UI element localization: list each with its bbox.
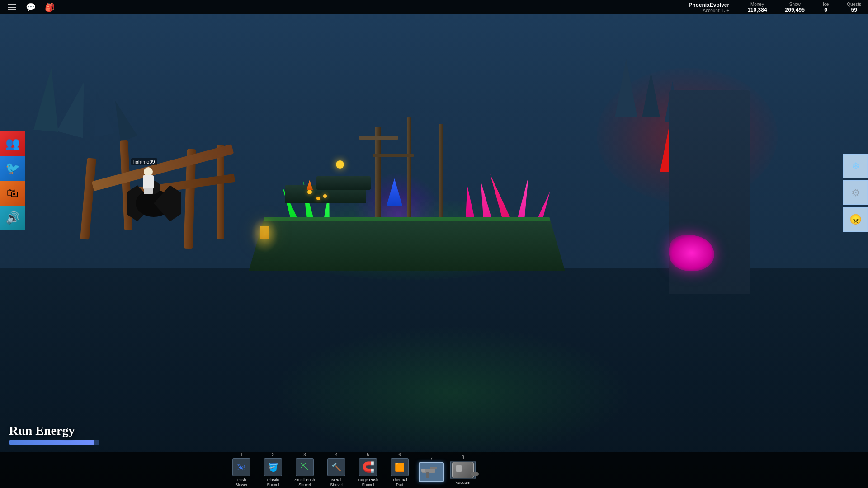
slot-name-3: Small PushShovel [294,478,315,488]
mast-crossbar-2 [373,154,414,157]
shop-button[interactable]: 🛍 [0,181,25,206]
mast-3 [439,124,443,233]
ice-stat: Ice 0 [823,2,829,13]
vacuum-icon [452,462,474,478]
twitter-button[interactable]: 🐦 [0,156,25,181]
audio-button[interactable]: 🔊 [0,206,25,230]
account-label: Account: 13+ [689,8,729,13]
slot-icon-4: 🔨 [327,458,345,476]
chat-button[interactable]: 💬 [26,2,36,12]
players-icon: 👥 [5,136,20,150]
small-push-shovel-icon: ⛏ [301,463,309,472]
hamburger-menu-button[interactable] [7,2,17,12]
dist-platform-2 [316,176,371,190]
snow-value: 269,495 [785,7,805,13]
slot-icon-2: 🪣 [264,458,282,476]
snow-label: Snow [785,2,805,7]
slot-number-2: 2 [272,452,274,457]
slot-number-6: 6 [398,452,401,457]
money-label: Money [747,2,767,7]
run-energy-bar-background [9,440,99,445]
orb-yellow-4 [323,194,327,198]
svg-rect-3 [421,469,425,472]
slot-icon-8 [450,461,476,479]
angry-icon: 😠 [849,214,862,225]
platform-center [249,217,565,271]
hamburger-icon [8,4,16,10]
gun-icon [421,465,441,479]
gear-icon: ⚙ [851,187,860,199]
backpack-icon: 🎒 [45,2,55,12]
tool-slot-8[interactable]: 8 Vacuum [448,453,478,487]
run-energy-bar-fill [9,440,94,445]
slot-name-8: Vacuum [456,480,470,485]
tool-slot-5[interactable]: 5 🧲 Large PushShovel [353,450,383,488]
quests-value: 59 [847,7,861,13]
header-bar: 💬 🎒 PhoenixEvolver Account: 13+ Money 11… [0,0,868,14]
run-energy-label: Run Energy [9,423,99,438]
snowflake-icon: ❄ [852,160,860,172]
slot-name-4: MetalShovel [330,478,343,488]
slot-icon-1: 🌬 [232,458,250,476]
chat-icon: 💬 [26,2,36,12]
thermal-pad-icon: 🟧 [395,462,405,472]
username: PhoenixEvolver [689,2,729,8]
orb-yellow-2 [307,190,312,194]
toolbar-slots: 1 🌬 PushBlower 2 🪣 PlasticShovel 3 ⛏ Sma… [226,450,478,488]
mast-crossbar-1 [359,136,398,140]
plastic-shovel-icon: 🪣 [268,462,278,472]
slot-number-8: 8 [462,455,464,460]
slot-number-3: 3 [303,452,306,457]
user-info: PhoenixEvolver Account: 13+ [689,2,729,13]
large-push-shovel-icon: 🧲 [362,461,374,473]
money-value: 110,384 [747,7,767,13]
tool-slot-1[interactable]: 1 🌬 PushBlower [226,450,257,488]
tool-slot-7[interactable]: 7 [416,455,447,485]
backpack-button[interactable]: 🎒 [45,2,55,12]
quests-label: Quests [847,2,861,7]
slot-number-7: 7 [430,456,433,461]
report-button[interactable]: 😠 [843,207,868,232]
players-button[interactable]: 👥 [0,131,25,156]
slot-name-5: Large PushShovel [358,478,378,488]
slot-name-1: PushBlower [235,478,248,488]
svg-rect-1 [430,467,437,469]
game-viewport: lightmo09 [0,0,868,488]
slot-number-1: 1 [240,452,243,457]
tool-slot-2[interactable]: 2 🪣 PlasticShovel [258,450,288,488]
tool-slot-4[interactable]: 4 🔨 MetalShovel [321,450,352,488]
green-glow [271,325,633,461]
quests-stat: Quests 59 [847,2,861,13]
right-sidebar: ❄ ⚙ 😠 [843,154,868,233]
shop-icon: 🛍 [7,186,19,200]
snowflake-button[interactable]: ❄ [843,154,868,178]
slot-name-6: ThermalPad [392,478,407,488]
lantern [260,226,269,242]
audio-icon: 🔊 [5,211,20,225]
ice-value: 0 [823,7,829,13]
slot-number-5: 5 [367,452,369,457]
slot-icon-6: 🟧 [391,458,409,476]
header-right: PhoenixEvolver Account: 13+ Money 110,38… [689,2,861,13]
tool-slot-3[interactable]: 3 ⛏ Small PushShovel [289,450,320,488]
player-character [140,167,156,194]
slot-name-2: PlasticShovel [267,478,279,488]
header-left: 💬 🎒 [7,2,55,12]
left-sidebar: 👥 🐦 🛍 🔊 [0,131,25,230]
slot-icon-7 [419,462,444,482]
money-stat: Money 110,384 [747,2,767,13]
run-energy: Run Energy [9,423,99,445]
post-4 [217,145,224,239]
nametag: lightmo09 [131,158,157,165]
slot-icon-3: ⛏ [296,458,314,476]
bottom-toolbar: 1 🌬 PushBlower 2 🪣 PlasticShovel 3 ⛏ Sma… [0,452,868,488]
slot-number-4: 4 [335,452,338,457]
metal-shovel-icon: 🔨 [331,462,341,472]
twitter-icon: 🐦 [5,161,20,175]
settings-button[interactable]: ⚙ [843,180,868,205]
slot-icon-5: 🧲 [359,458,377,476]
ice-label: Ice [823,2,829,7]
snow-stat: Snow 269,495 [785,2,805,13]
tool-slot-6[interactable]: 6 🟧 ThermalPad [384,450,415,488]
orb-yellow-3 [316,197,320,200]
